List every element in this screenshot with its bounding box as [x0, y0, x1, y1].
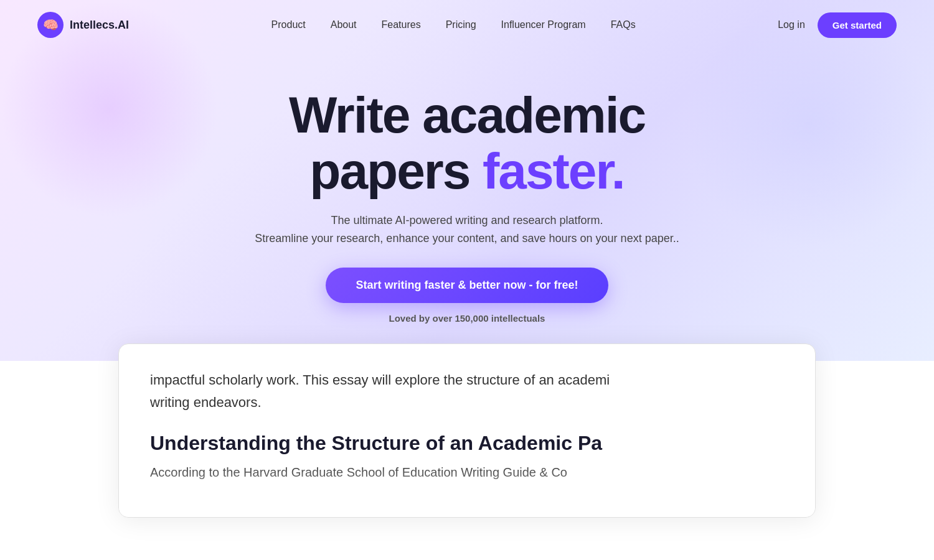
doc-preview-card: impactful scholarly work. This essay wil… — [118, 343, 816, 518]
logo-text: Intellecs.AI — [70, 19, 129, 32]
hero-title-line2-normal: papers — [309, 142, 483, 199]
hero-section: Write academic papers faster. The ultima… — [0, 50, 934, 324]
hero-title: Write academic papers faster. — [0, 87, 934, 199]
nav-links: Product About Features Pricing Influence… — [271, 19, 636, 30]
nav-item-influencer[interactable]: Influencer Program — [501, 19, 586, 30]
get-started-button[interactable]: Get started — [818, 12, 897, 38]
hero-title-line1: Write academic — [289, 86, 645, 143]
nav-item-pricing[interactable]: Pricing — [446, 19, 476, 30]
hero-subtitle-2: Streamline your research, enhance your c… — [0, 232, 934, 245]
login-link[interactable]: Log in — [778, 19, 805, 30]
cta-button[interactable]: Start writing faster & better now - for … — [326, 268, 608, 303]
doc-preview-text1: impactful scholarly work. This essay wil… — [150, 369, 784, 413]
logo-icon: 🧠 — [37, 12, 64, 38]
nav-link-faqs[interactable]: FAQs — [611, 19, 636, 30]
nav-link-pricing[interactable]: Pricing — [446, 19, 476, 30]
nav-item-product[interactable]: Product — [271, 19, 306, 30]
social-proof: Loved by over 150,000 intellectuals — [0, 313, 934, 324]
logo[interactable]: 🧠 Intellecs.AI — [37, 12, 129, 38]
navbar: 🧠 Intellecs.AI Product About Features Pr… — [0, 0, 934, 50]
hero-subtitle-1: The ultimate AI-powered writing and rese… — [0, 214, 934, 227]
nav-link-influencer[interactable]: Influencer Program — [501, 19, 586, 30]
nav-item-faqs[interactable]: FAQs — [611, 19, 636, 30]
nav-actions: Log in Get started — [778, 12, 897, 38]
nav-link-about[interactable]: About — [331, 19, 357, 30]
doc-fade-overlay — [119, 467, 815, 517]
nav-item-features[interactable]: Features — [382, 19, 421, 30]
nav-link-product[interactable]: Product — [271, 19, 306, 30]
doc-preview-heading: Understanding the Structure of an Academ… — [150, 432, 784, 455]
nav-item-about[interactable]: About — [331, 19, 357, 30]
nav-link-features[interactable]: Features — [382, 19, 421, 30]
hero-title-highlight: faster. — [483, 142, 625, 199]
